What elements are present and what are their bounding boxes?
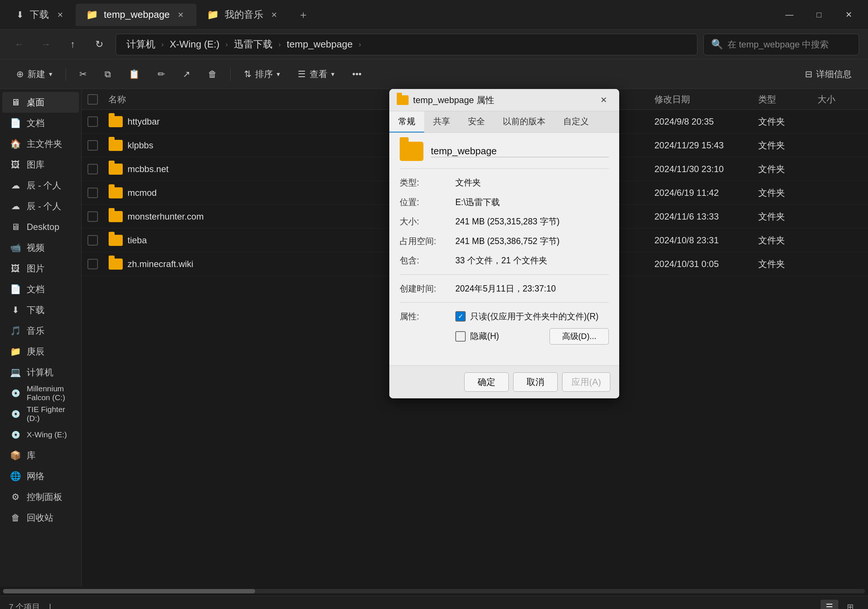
sidebar-item-xwing-label: X-Wing (E:) xyxy=(27,430,67,439)
dialog-tab-share[interactable]: 共享 xyxy=(424,111,459,132)
new-tab-button[interactable]: ＋ xyxy=(293,5,314,25)
scrollbar-track[interactable] xyxy=(3,589,865,593)
header-check[interactable] xyxy=(87,94,105,105)
sort-button[interactable]: ⇅ 排序 ▾ xyxy=(237,64,287,85)
sidebar-item-tie[interactable]: 💿 TIE Fighter (D:) xyxy=(2,404,79,424)
tab-download-close[interactable]: ✕ xyxy=(55,9,65,20)
more-button[interactable]: ••• xyxy=(345,64,369,85)
paste-button[interactable]: 📋 xyxy=(121,64,147,85)
header-type[interactable]: 类型 xyxy=(758,93,818,105)
minimize-button[interactable]: — xyxy=(776,6,803,24)
list-view-button[interactable]: ☰ xyxy=(820,600,839,609)
sidebar-item-downloads[interactable]: ⬇ 下载 xyxy=(2,300,79,320)
maximize-button[interactable]: □ xyxy=(806,6,832,24)
sidebar-item-docs2[interactable]: 📄 文档 xyxy=(2,279,79,300)
search-box[interactable]: 🔍 在 temp_webpage 中搜索 xyxy=(704,34,859,55)
cut-button[interactable]: ✂ xyxy=(72,64,94,85)
sidebar-item-gallery[interactable]: 🖼 图库 xyxy=(2,154,79,175)
copy-button[interactable]: ⧉ xyxy=(97,64,118,85)
file-checkbox-5[interactable] xyxy=(87,235,98,245)
tab-download-label: 下载 xyxy=(29,8,49,21)
download-tab-icon: ⬇ xyxy=(16,9,24,20)
advanced-button[interactable]: 高级(D)... xyxy=(550,328,609,345)
sidebar-item-downloads-label: 下载 xyxy=(27,304,45,316)
dialog-tab-general[interactable]: 常规 xyxy=(389,111,424,132)
tab-music[interactable]: 📁 我的音乐 ✕ xyxy=(197,4,290,26)
readonly-checkbox[interactable] xyxy=(455,311,466,322)
dialog-tab-security[interactable]: 安全 xyxy=(459,111,494,132)
dialog-close-button[interactable]: ✕ xyxy=(595,92,612,108)
apply-button[interactable]: 应用(A) xyxy=(562,372,610,392)
tab-temp-webpage[interactable]: 📁 temp_webpage ✕ xyxy=(76,4,197,26)
sidebar-item-network[interactable]: 🌐 网络 xyxy=(2,466,79,486)
row-check-1[interactable] xyxy=(87,140,105,151)
sidebar-item-millennium[interactable]: 💿 Millennium Falcon (C:) xyxy=(2,383,79,404)
file-checkbox-6[interactable] xyxy=(87,259,98,269)
toolbar-sep-1 xyxy=(66,67,66,81)
header-size[interactable]: 大小 xyxy=(818,93,862,105)
sidebar-item-controlpanel[interactable]: ⚙ 控制面板 xyxy=(2,486,79,507)
sidebar-item-videos[interactable]: 📹 视频 xyxy=(2,238,79,258)
sidebar-item-computer[interactable]: 💻 计算机 xyxy=(2,362,79,383)
folder-name-input[interactable] xyxy=(431,145,609,157)
row-check-2[interactable] xyxy=(87,164,105,174)
dialog-tab-previous[interactable]: 以前的版本 xyxy=(494,111,554,132)
file-checkbox-3[interactable] xyxy=(87,188,98,198)
file-checkbox-4[interactable] xyxy=(87,211,98,222)
forward-button[interactable]: → xyxy=(36,34,56,55)
up-button[interactable]: ↑ xyxy=(62,34,83,55)
breadcrumb-xunlei[interactable]: 迅雷下载 xyxy=(231,36,276,52)
view-button[interactable]: ☰ 查看 ▾ xyxy=(290,64,342,85)
refresh-button[interactable]: ↻ xyxy=(89,34,110,55)
horizontal-scrollbar[interactable] xyxy=(0,587,868,596)
ok-button[interactable]: 确定 xyxy=(464,372,509,392)
row-check-5[interactable] xyxy=(87,235,105,245)
new-label: 新建 xyxy=(28,68,45,80)
sidebar-item-recycle[interactable]: 🗑 回收站 xyxy=(2,507,79,528)
sidebar-item-gengchen[interactable]: 📁 庚辰 xyxy=(2,341,79,362)
hidden-checkbox[interactable] xyxy=(455,331,466,342)
sidebar-item-music[interactable]: 🎵 音乐 xyxy=(2,320,79,341)
sidebar-item-docs2-label: 文档 xyxy=(27,283,45,295)
tab-music-close[interactable]: ✕ xyxy=(269,9,280,20)
sidebar-item-cloud1[interactable]: ☁ 辰 - 个人 xyxy=(2,175,79,196)
sidebar-item-cloud2[interactable]: ☁ 辰 - 个人 xyxy=(2,196,79,217)
dialog-row-size: 大小: 241 MB (253,315,283 字节) xyxy=(400,215,609,228)
row-check-0[interactable] xyxy=(87,117,105,127)
breadcrumb-temp[interactable]: temp_webpage xyxy=(284,37,356,51)
row-check-4[interactable] xyxy=(87,211,105,222)
tab-download[interactable]: ⬇ 下载 ✕ xyxy=(6,4,76,26)
share-button[interactable]: ↗ xyxy=(175,64,198,85)
row-check-6[interactable] xyxy=(87,259,105,269)
delete-button[interactable]: 🗑 xyxy=(201,64,224,85)
file-checkbox-0[interactable] xyxy=(87,117,98,127)
sidebar-item-desktop2[interactable]: 🖥 Desktop xyxy=(2,217,79,238)
dialog-tab-custom[interactable]: 自定义 xyxy=(554,111,598,132)
close-button[interactable]: ✕ xyxy=(835,6,862,24)
select-all-checkbox[interactable] xyxy=(87,94,98,105)
row-check-3[interactable] xyxy=(87,188,105,198)
sidebar-item-cloud1-label: 辰 - 个人 xyxy=(27,180,61,191)
sidebar-item-documents[interactable]: 📄 文档 xyxy=(2,113,79,134)
sort-icon: ⇅ xyxy=(244,69,251,79)
sidebar-item-library[interactable]: 📦 库 xyxy=(2,445,79,466)
sidebar-item-home[interactable]: 🏠 主文件夹 xyxy=(2,134,79,154)
file-checkbox-1[interactable] xyxy=(87,140,98,151)
breadcrumb-computer[interactable]: 计算机 xyxy=(124,36,158,52)
scrollbar-thumb[interactable] xyxy=(3,589,255,593)
readonly-checkmark xyxy=(458,312,463,322)
sidebar-item-xwing[interactable]: 💿 X-Wing (E:) xyxy=(2,424,79,445)
new-button[interactable]: ⊕ 新建 ▾ xyxy=(9,64,60,85)
sidebar-item-pictures[interactable]: 🖼 图片 xyxy=(2,258,79,279)
cancel-button[interactable]: 取消 xyxy=(513,372,558,392)
breadcrumb-xwing[interactable]: X-Wing (E:) xyxy=(167,37,222,51)
rename-button[interactable]: ✏ xyxy=(150,64,172,85)
header-date[interactable]: 修改日期 xyxy=(654,93,758,105)
file-date-2: 2024/11/30 23:10 xyxy=(654,164,758,174)
file-checkbox-2[interactable] xyxy=(87,164,98,174)
details-button[interactable]: ⊟ 详细信息 xyxy=(798,64,859,85)
grid-view-button[interactable]: ⊞ xyxy=(841,600,859,609)
sidebar-item-desktop[interactable]: 🖥 桌面 xyxy=(2,92,79,113)
back-button[interactable]: ← xyxy=(9,34,29,55)
tab-temp-webpage-close[interactable]: ✕ xyxy=(176,9,186,20)
